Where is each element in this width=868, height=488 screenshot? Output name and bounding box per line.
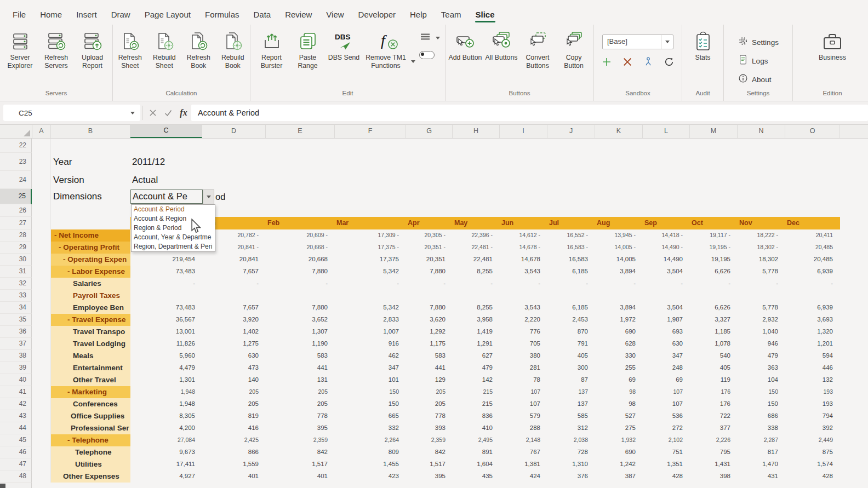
cell[interactable]: 14,678 xyxy=(500,254,547,266)
cell[interactable]: 686 xyxy=(738,410,785,422)
cell[interactable]: 3,543 xyxy=(500,266,547,278)
cell[interactable]: 410 xyxy=(453,422,500,434)
cell[interactable]: 1,201 xyxy=(785,338,840,350)
cell[interactable] xyxy=(32,446,51,458)
cell[interactable]: 1,574 xyxy=(785,458,840,470)
cell[interactable]: 176 xyxy=(690,398,738,410)
cell[interactable]: 2,359 xyxy=(266,434,335,446)
row-header-45[interactable]: 45 xyxy=(0,434,32,446)
cell[interactable]: 205 xyxy=(266,398,335,410)
cell[interactable]: 18,302 - xyxy=(738,242,785,254)
cell[interactable]: 401 xyxy=(266,470,335,483)
cell[interactable]: 332 xyxy=(335,422,406,434)
cell[interactable]: 205 xyxy=(406,386,453,398)
cell[interactable]: 137 xyxy=(547,398,595,410)
tab-formulas[interactable]: Formulas xyxy=(198,5,247,25)
column-header-l[interactable]: L xyxy=(643,125,690,138)
column-header-h[interactable]: H xyxy=(453,125,500,138)
cell[interactable]: 101 xyxy=(335,374,406,386)
cell[interactable]: 20,411 xyxy=(785,229,840,242)
cell[interactable]: 2,932 xyxy=(738,314,785,326)
cell[interactable]: 5,342 xyxy=(335,302,406,314)
cell[interactable]: 401 xyxy=(202,470,266,483)
cell[interactable]: 2,226 xyxy=(690,434,738,446)
cell[interactable]: 376 xyxy=(547,470,595,483)
cell[interactable]: 395 xyxy=(406,470,453,483)
cell[interactable]: 104 xyxy=(738,374,785,386)
cell[interactable]: 3,894 xyxy=(595,266,643,278)
row-label-operating-expen[interactable]: - Operating Expen xyxy=(51,254,130,266)
tab-team[interactable]: Team xyxy=(434,5,469,25)
cell[interactable]: 6,185 xyxy=(547,266,595,278)
cell[interactable]: 428 xyxy=(785,470,840,483)
cell[interactable]: 107 xyxy=(643,398,690,410)
cell[interactable]: 3,958 xyxy=(453,314,500,326)
merge-sandbox-button[interactable] xyxy=(641,56,655,70)
cell[interactable]: 4,479 xyxy=(130,362,202,374)
about-button[interactable]: About xyxy=(734,72,782,87)
cell[interactable] xyxy=(32,410,51,422)
cell[interactable]: 20,485 xyxy=(785,242,840,254)
cell[interactable] xyxy=(32,434,51,446)
cell[interactable]: 3,693 xyxy=(785,314,840,326)
cell[interactable]: 7,657 xyxy=(202,266,266,278)
cell[interactable] xyxy=(32,398,51,410)
cell[interactable]: 594 xyxy=(785,350,840,362)
cell[interactable]: 705 xyxy=(500,338,547,350)
cell[interactable]: 579 xyxy=(500,410,547,422)
cell[interactable]: 14,678 - xyxy=(500,242,547,254)
cell[interactable]: 7,657 xyxy=(202,302,266,314)
cell[interactable]: 473 xyxy=(202,362,266,374)
cell[interactable]: 150 xyxy=(738,386,785,398)
cell[interactable]: 794 xyxy=(785,410,840,422)
row-label-other-travel[interactable]: Other Travel xyxy=(51,374,130,386)
row-header-48[interactable]: 48 xyxy=(0,470,32,483)
cell[interactable] xyxy=(32,254,51,266)
row-label-travel-transpo[interactable]: Travel Transpo xyxy=(51,326,130,338)
cell[interactable]: 129 xyxy=(406,374,453,386)
cell[interactable]: 3,504 xyxy=(643,266,690,278)
cell[interactable]: 215 xyxy=(453,398,500,410)
cell[interactable]: 875 xyxy=(785,446,840,458)
cell[interactable]: - xyxy=(547,278,595,290)
cell[interactable]: 2,449 xyxy=(785,434,840,446)
cell[interactable]: - xyxy=(335,278,406,290)
cell[interactable]: 2,359 xyxy=(406,434,453,446)
cell[interactable]: 107 xyxy=(500,398,547,410)
all-buttons-button[interactable]: All Buttons xyxy=(484,29,519,63)
enter-check-icon[interactable] xyxy=(161,105,176,120)
name-box[interactable]: C25 xyxy=(3,105,140,121)
cell[interactable] xyxy=(500,290,547,302)
row-label-utilities[interactable]: Utilities xyxy=(51,458,130,470)
cell[interactable]: 540 xyxy=(690,350,738,362)
cell[interactable]: 842 xyxy=(406,446,453,458)
cell[interactable] xyxy=(738,290,785,302)
cell[interactable]: 8,255 xyxy=(453,266,500,278)
cell[interactable]: 630 xyxy=(643,338,690,350)
cell[interactable] xyxy=(32,139,51,153)
cell[interactable]: 19,195 - xyxy=(690,242,738,254)
row-label-meals[interactable]: Meals xyxy=(51,350,130,362)
cell[interactable]: 1,351 xyxy=(643,458,690,470)
cell[interactable]: - xyxy=(690,278,738,290)
cell[interactable]: 69 xyxy=(595,374,643,386)
tab-developer[interactable]: Developer xyxy=(351,5,403,25)
cell[interactable] xyxy=(32,470,51,483)
cell[interactable]: 1,604 xyxy=(453,458,500,470)
cell[interactable] xyxy=(32,374,51,386)
cell[interactable]: 431 xyxy=(738,470,785,483)
row-header-30[interactable]: 30 xyxy=(0,254,32,266)
cell[interactable]: 20,668 xyxy=(266,254,335,266)
cell[interactable]: 462 xyxy=(335,350,406,362)
cell[interactable]: 1,242 xyxy=(595,458,643,470)
cell[interactable]: 14,612 - xyxy=(500,229,547,242)
tab-home[interactable]: Home xyxy=(33,5,69,25)
cell[interactable]: 3,894 xyxy=(595,302,643,314)
cell[interactable]: 583 xyxy=(266,350,335,362)
cell[interactable]: 377 xyxy=(690,422,738,434)
cell[interactable] xyxy=(32,350,51,362)
cell[interactable]: 1,320 xyxy=(785,326,840,338)
row-header-27[interactable]: 27 xyxy=(0,217,32,229)
cell[interactable]: 1,455 xyxy=(335,458,406,470)
row-header-44[interactable]: 44 xyxy=(0,422,32,434)
